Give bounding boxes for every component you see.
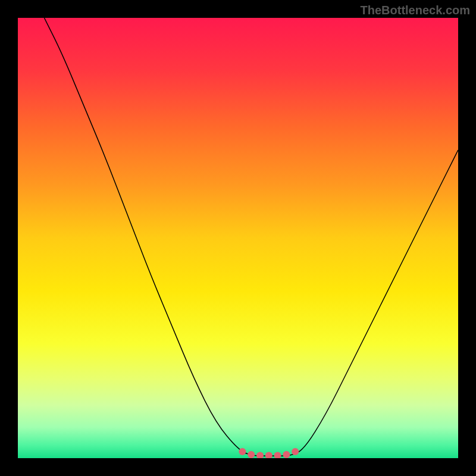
watermark-text: TheBottleneck.com bbox=[361, 4, 470, 17]
chart-container: TheBottleneck.com bbox=[0, 0, 476, 476]
chart-svg bbox=[18, 18, 458, 458]
plot-area bbox=[18, 18, 458, 458]
gradient-background bbox=[18, 18, 458, 458]
highlight-dot bbox=[248, 451, 255, 458]
highlight-dot bbox=[239, 448, 246, 455]
highlight-dot bbox=[292, 448, 299, 455]
highlight-dot bbox=[283, 451, 290, 458]
